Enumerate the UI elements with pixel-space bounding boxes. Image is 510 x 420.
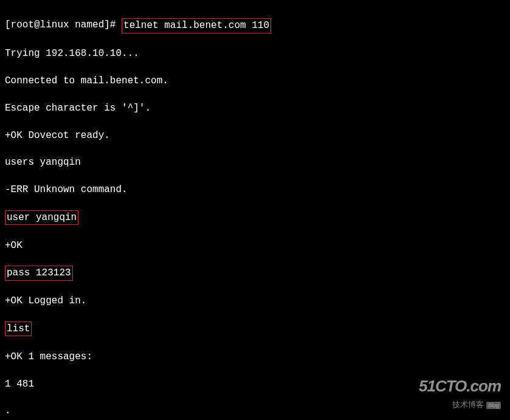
- input-pass-cmd: pass 123123: [5, 266, 73, 280]
- output-escape: Escape character is '^]'.: [5, 102, 505, 115]
- output-ok-logged: +OK Logged in.: [5, 294, 505, 308]
- output-connected: Connected to mail.benet.com.: [5, 74, 505, 88]
- terminal-output: [root@linux named]# telnet mail.benet.co…: [5, 5, 505, 420]
- input-list-cmd: list: [5, 322, 32, 336]
- watermark-subtitle: 技术博客: [452, 400, 484, 409]
- watermark-logo: 51CTO.com: [419, 375, 501, 397]
- command-telnet: telnet mail.benet.com 110: [122, 18, 271, 33]
- output-dovecot-ready: +OK Dovecot ready.: [5, 129, 505, 142]
- output-err-unknown: -ERR Unknown command.: [5, 183, 505, 196]
- output-ok-messages: +OK 1 messages:: [5, 350, 505, 363]
- output-ok: +OK: [5, 239, 505, 252]
- watermark-badge: Blog: [486, 402, 501, 409]
- input-users-typo: users yangqin: [5, 156, 505, 169]
- watermark: 51CTO.com 技术博客Blog: [419, 375, 501, 411]
- output-trying: Trying 192.168.10.10...: [5, 47, 505, 60]
- input-user-cmd: user yangqin: [5, 210, 78, 225]
- shell-prompt: [root@linux named]#: [5, 18, 122, 32]
